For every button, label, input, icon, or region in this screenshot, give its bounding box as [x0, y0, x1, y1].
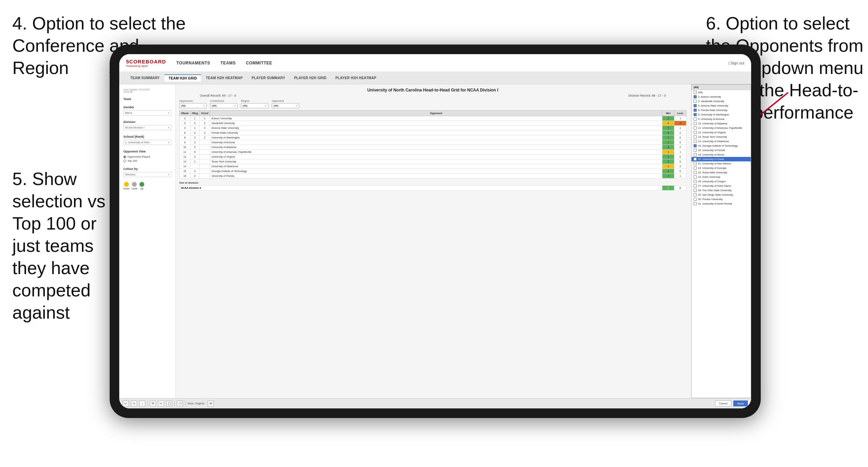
- checkbox[interactable]: [694, 180, 697, 183]
- toolbar-undo[interactable]: ↩: [123, 401, 129, 407]
- opponent-filter-select[interactable]: (All): [272, 103, 299, 108]
- table-row: 11 6 University of Arkansas, Fayettevill…: [180, 150, 686, 155]
- dropdown-item[interactable]: 24. Duke University: [692, 175, 751, 179]
- dropdown-item[interactable]: 30. Purdue University: [692, 197, 751, 201]
- dropdown-item[interactable]: 9. University of Arizona: [692, 117, 751, 121]
- dropdown-item[interactable]: 12. University of Virginia: [692, 130, 751, 135]
- nav-tournaments[interactable]: TOURNAMENTS: [176, 59, 210, 67]
- dropdown-item[interactable]: 20. University of Texas: [692, 157, 751, 161]
- checkbox[interactable]: [694, 193, 697, 196]
- checkbox[interactable]: [694, 122, 697, 125]
- dropdown-item[interactable]: 3. Vanderbilt University: [692, 99, 751, 103]
- dropdown-item[interactable]: 14. University of Oklahoma: [692, 139, 751, 144]
- dropdown-item[interactable]: 11. University of Arkansas, Fayetteville: [692, 126, 751, 130]
- subnav-team-summary[interactable]: TEAM SUMMARY: [126, 75, 164, 81]
- subnav-h2h-grid[interactable]: TEAM H2H GRID: [164, 74, 201, 82]
- dropdown-item[interactable]: 25. University of Oregon: [692, 179, 751, 184]
- checkbox[interactable]: [694, 175, 697, 179]
- dropdown-item[interactable]: 16. University of Florida: [692, 148, 751, 152]
- table-row: 15 4 Georgia Institute of Technology 5 0: [180, 169, 686, 174]
- sidebar-school: School (Rank) 1. University of Nort...: [123, 135, 171, 145]
- apply-button[interactable]: Apply: [733, 401, 748, 406]
- dropdown-panel: (All) (All)2. Auburn University3. Vander…: [691, 84, 751, 398]
- radio-top100[interactable]: Top 100: [123, 159, 171, 162]
- filter-group-conference: Conference (All): [210, 99, 237, 108]
- checkbox[interactable]: [694, 109, 697, 112]
- school-select[interactable]: 1. University of Nort...: [123, 140, 171, 145]
- checkbox[interactable]: [694, 131, 697, 134]
- toolbar-redo[interactable]: ↪: [131, 401, 137, 407]
- subnav-player-h2h-grid[interactable]: PLAYER H2H GRID: [290, 75, 331, 81]
- checkbox[interactable]: [694, 171, 697, 174]
- checkbox[interactable]: [694, 167, 697, 170]
- toolbar-clock[interactable]: 🕐: [177, 401, 183, 407]
- dropdown-item[interactable]: 18. University of Illinois: [692, 152, 751, 157]
- checkbox[interactable]: [694, 153, 697, 156]
- checkbox[interactable]: [694, 202, 697, 205]
- checkbox[interactable]: [694, 140, 697, 143]
- dropdown-item[interactable]: 28. The Ohio State University: [692, 188, 751, 193]
- nav-teams[interactable]: TEAMS: [220, 59, 236, 67]
- table-row: 8 2 2 University of Washington 1 0: [180, 135, 686, 140]
- checkbox[interactable]: [694, 184, 697, 187]
- checkbox[interactable]: [694, 91, 697, 94]
- legend-up-circle: [139, 182, 144, 187]
- gender-select[interactable]: Men's: [123, 110, 171, 115]
- checkbox[interactable]: [694, 100, 697, 103]
- checkbox[interactable]: [694, 189, 697, 192]
- dropdown-item[interactable]: 21. University of New Mexico: [692, 161, 751, 166]
- toolbar-copy[interactable]: ⧉: [150, 401, 156, 407]
- toolbar-paste[interactable]: 📋: [166, 401, 172, 407]
- checkbox[interactable]: [694, 118, 697, 121]
- subnav-h2h-heatmap[interactable]: TEAM H2H HEATMAP: [202, 75, 247, 81]
- dropdown-item[interactable]: 23. Texas A&M University: [692, 170, 751, 175]
- checkbox[interactable]: [694, 158, 697, 161]
- radio-opponents-played[interactable]: Opponents Played: [123, 155, 171, 158]
- toolbar-cut[interactable]: ✂: [158, 401, 164, 407]
- nav-committee[interactable]: COMMITTEE: [246, 59, 272, 67]
- data-table: #Rank #Reg #Conf Opponent Win Loss 2 1 1…: [179, 110, 686, 179]
- checkbox[interactable]: [694, 113, 697, 116]
- out-of-division-label: Out of division: [179, 181, 686, 184]
- checkbox[interactable]: [694, 126, 697, 130]
- grid-header: University of North Carolina Head-to-Hea…: [179, 88, 686, 93]
- subnav-player-summary[interactable]: PLAYER SUMMARY: [247, 75, 289, 81]
- dropdown-item[interactable]: 31. University of North Florida: [692, 201, 751, 206]
- toolbar-save[interactable]: ↓: [139, 401, 145, 407]
- dropdown-item[interactable]: 13. Texas Tech University: [692, 135, 751, 139]
- opponents-filter-select[interactable]: (All): [179, 103, 207, 108]
- division-select[interactable]: NCAA Division I: [123, 125, 171, 130]
- dropdown-item[interactable]: 8. University of Washington: [692, 112, 751, 117]
- legend-up: Up: [139, 182, 144, 190]
- dropdown-item[interactable]: (All): [692, 90, 751, 95]
- table-row: 9 3 University of Arizona 1 0: [180, 140, 686, 145]
- checkbox[interactable]: [694, 95, 697, 98]
- dropdown-item[interactable]: 22. University of Georgia: [692, 166, 751, 170]
- dropdown-item[interactable]: 10. University of Alabama: [692, 121, 751, 126]
- dropdown-item[interactable]: 27. University of Notre Dame: [692, 184, 751, 188]
- conference-filter-select[interactable]: (All): [210, 103, 237, 108]
- checkbox[interactable]: [694, 198, 697, 201]
- checkbox[interactable]: [694, 104, 697, 107]
- nav-signout[interactable]: | Sign out: [729, 61, 744, 65]
- tablet-frame: 5COREBOARD Powered by Sport TOURNAMENTS …: [110, 45, 761, 418]
- checkbox[interactable]: [694, 149, 697, 152]
- legend-down-circle: [124, 182, 129, 187]
- dropdown-item[interactable]: 4. Arizona State University: [692, 103, 751, 108]
- region-filter-select[interactable]: (All): [241, 103, 268, 108]
- toolbar-sep-3: [185, 401, 185, 406]
- checkbox[interactable]: [694, 135, 697, 138]
- subnav-player-heatmap[interactable]: PLAYER H2H HEATMAP: [331, 75, 380, 81]
- dropdown-item[interactable]: 2. Auburn University: [692, 95, 751, 99]
- checkbox[interactable]: [694, 162, 697, 165]
- opponents-filter-label: Opponents:: [179, 99, 207, 102]
- dropdown-item[interactable]: 15. Georgia Institute of Technology: [692, 144, 751, 148]
- col-win: Win: [662, 111, 674, 116]
- dropdown-item[interactable]: 6. Florida State University: [692, 108, 751, 112]
- colour-by-select[interactable]: Win/loss: [123, 172, 171, 177]
- checkbox[interactable]: [694, 144, 697, 147]
- cancel-button[interactable]: Cancel: [715, 401, 731, 406]
- annotation-3: 5. Show selection vs Top 100 or just tea…: [12, 168, 122, 324]
- dropdown-item[interactable]: 29. San Diego State University: [692, 193, 751, 197]
- toolbar-eye[interactable]: 👁: [208, 401, 214, 407]
